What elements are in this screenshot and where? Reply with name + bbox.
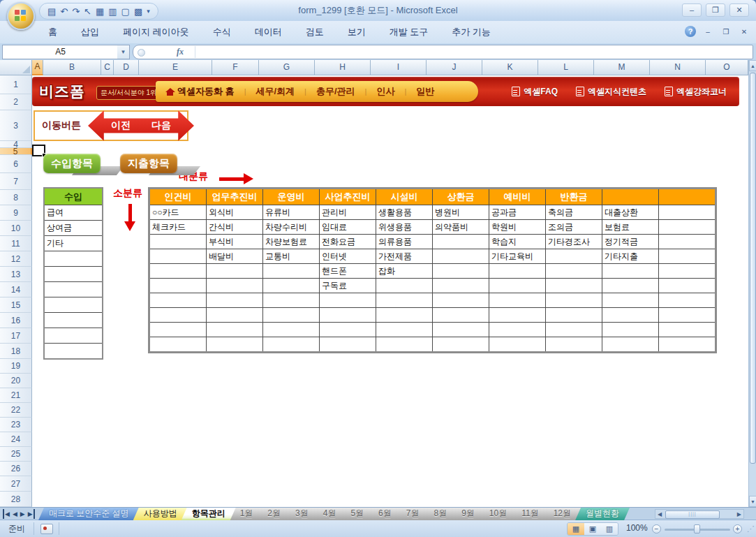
income-cell[interactable] [44,313,103,328]
sheet-tab-11월[interactable]: 11월 [511,508,549,520]
expense-header-cell[interactable]: 인건비 [149,189,207,205]
income-cell[interactable]: 급여 [44,205,103,221]
row-header-7[interactable]: 7 [0,173,32,190]
sheet-tab-사용방법[interactable]: 사용방법 [133,508,188,520]
row-header-23[interactable]: 23 [0,418,32,432]
selected-cell-a5[interactable] [32,145,45,156]
expense-cell[interactable] [659,293,716,308]
row-header-19[interactable]: 19 [0,359,32,374]
expense-header-cell[interactable]: 반환금 [546,189,602,205]
column-header-F[interactable]: F [212,60,259,75]
expense-cell[interactable] [546,279,602,293]
sheet-tab-12월[interactable]: 12월 [543,508,581,520]
expense-cell[interactable] [207,279,263,293]
expense-header-cell[interactable] [659,189,716,205]
expense-cell[interactable] [376,308,433,323]
expense-cell[interactable] [489,323,546,337]
banner-menu-item[interactable]: 인사 [366,85,404,98]
banner-menu-item[interactable]: 엑셀자동화 홈 [156,85,244,98]
expense-cell[interactable]: 축의금 [546,205,602,220]
expense-cell[interactable]: 의류용품 [376,235,433,249]
income-cell[interactable] [44,328,103,344]
macro-record-icon[interactable] [40,524,53,534]
expense-cell[interactable] [207,308,263,323]
expense-cell[interactable] [489,308,546,323]
ribbon-tab-페이지 레이아웃[interactable]: 페이지 레이아웃 [111,21,201,43]
row-header-17[interactable]: 17 [0,328,32,344]
formula-bar-handle[interactable] [138,49,145,57]
expense-cell[interactable] [602,264,659,279]
expense-cell[interactable]: 핸드폰 [320,264,376,279]
expense-cell[interactable] [659,323,716,337]
income-cell[interactable] [44,344,103,360]
expense-header-cell[interactable]: 사업추진비 [320,189,376,205]
expense-cell[interactable] [263,337,320,353]
row-header-1[interactable]: 1 [0,75,32,94]
expense-cell[interactable] [263,264,320,279]
row-header-16[interactable]: 16 [0,313,32,328]
select-all-corner[interactable] [0,60,32,75]
row-header-3[interactable]: 3 [0,110,32,141]
expense-cell[interactable] [376,323,433,337]
expense-cell[interactable]: 학원비 [489,220,546,235]
first-sheet-icon[interactable]: ◀ [3,509,10,519]
expense-cell[interactable] [546,337,602,353]
expense-cell[interactable]: ○○카드 [149,205,207,220]
expense-cell[interactable] [659,264,716,279]
expense-cell[interactable]: 교통비 [263,249,320,264]
zoom-out-icon[interactable]: − [652,524,661,534]
expense-cell[interactable] [149,293,207,308]
last-sheet-icon[interactable]: ▶ [28,509,35,519]
row-header-6[interactable]: 6 [0,155,32,173]
expense-cell[interactable] [263,323,320,337]
expense-cell[interactable] [489,264,546,279]
next-sheet-icon[interactable]: ▶ [20,509,25,519]
name-box-dropdown-icon[interactable]: ▼ [117,45,130,59]
expense-cell[interactable] [263,279,320,293]
ribbon-close-icon[interactable]: ✕ [738,28,750,36]
income-cell[interactable] [44,267,103,282]
formula-input[interactable]: fx [133,45,753,59]
zoom-level[interactable]: 100% [626,523,648,533]
expense-cell[interactable] [659,337,716,353]
scroll-left-icon[interactable]: ◀ [658,510,662,518]
column-header-G[interactable]: G [259,60,315,75]
banner-menu-item[interactable]: 총무/관리 [306,85,365,98]
expense-cell[interactable] [602,323,659,337]
name-box[interactable]: A5 [2,45,119,59]
expense-cell[interactable]: 임대료 [320,220,376,235]
expense-cell[interactable] [207,293,263,308]
bizform-logo[interactable]: 비즈폼 [39,82,85,101]
expense-cell[interactable]: 대출상환 [602,205,659,220]
expense-cell[interactable] [602,337,659,353]
prev-sheet-icon[interactable]: ◀ [13,509,17,519]
expense-cell[interactable] [207,337,263,353]
expense-cell[interactable] [433,249,489,264]
expense-cell[interactable]: 차량수리비 [263,220,320,235]
income-cell[interactable]: 기타 [44,236,103,251]
expense-cell[interactable]: 의약품비 [433,220,489,235]
income-items-button[interactable]: 수입항목 [43,154,101,173]
expense-cell[interactable]: 관리비 [320,205,376,220]
scroll-up-icon[interactable]: ▲ [749,60,756,71]
income-cell[interactable] [44,282,103,297]
expense-cell[interactable] [659,205,716,220]
close-button[interactable]: ✕ [729,3,749,17]
expense-cell[interactable]: 기타지출 [602,249,659,264]
ribbon-tab-데이터[interactable]: 데이터 [243,21,294,43]
row-header-22[interactable]: 22 [0,403,32,418]
income-cell[interactable] [44,297,103,313]
horizontal-scroll-thumb[interactable]: |||| [665,510,720,519]
expense-cell[interactable]: 부식비 [207,235,263,249]
income-cell[interactable] [44,251,103,267]
expense-cell[interactable]: 정기적금 [602,235,659,249]
ribbon-tab-홈[interactable]: 홈 [36,21,69,43]
expense-cell[interactable] [149,235,207,249]
help-icon[interactable]: ? [685,26,696,37]
row-header-8[interactable]: 8 [0,190,32,205]
expense-cell[interactable] [546,264,602,279]
expense-cell[interactable] [320,293,376,308]
sheet-tab-항목관리[interactable]: 항목관리 [181,508,236,520]
expense-cell[interactable]: 구독료 [320,279,376,293]
row-header-9[interactable]: 9 [0,205,32,221]
